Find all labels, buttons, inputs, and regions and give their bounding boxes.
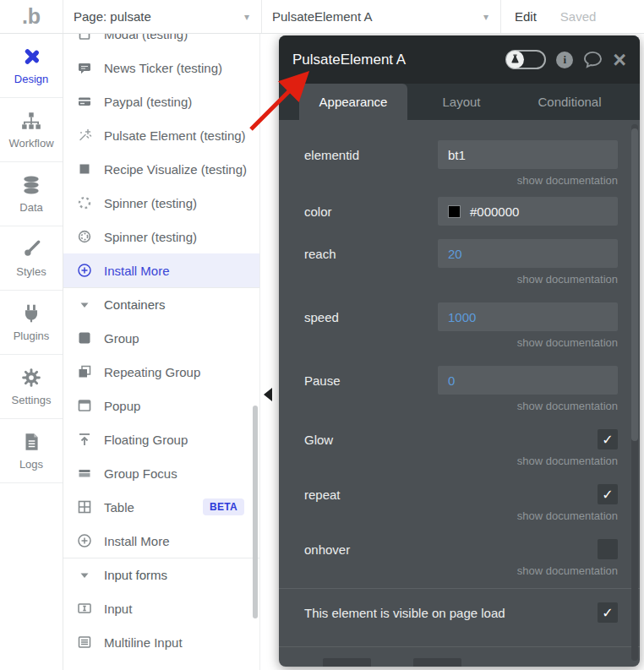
palette-item-repeating-group[interactable]: Repeating Group [63,355,259,389]
palette-item-paypal[interactable]: Paypal (testing) [63,84,259,118]
palette-item-label: News Ticker (testing) [104,61,222,75]
multiline-input-icon [77,635,92,650]
edit-button[interactable]: Edit [515,9,537,24]
show-documentation-link[interactable]: show documentation [304,273,618,286]
palette-item-group[interactable]: Group [63,321,259,355]
field-value: 0 [448,373,455,388]
field-value: bt1 [448,148,466,162]
show-documentation-link[interactable]: show documentation [304,174,618,187]
palette-item-label: Input [104,602,132,616]
panel-collapse-handle[interactable] [264,388,272,401]
flask-icon [510,54,521,65]
palette-item-floating-group[interactable]: Floating Group [63,422,259,456]
chevron-down-icon: ▾ [483,11,488,23]
info-icon[interactable]: i [556,52,573,68]
caret-down-icon [77,568,92,583]
visible-on-page-load-label: This element is visible on page load [304,606,505,620]
palette-section-input-forms[interactable]: Input forms [63,558,259,591]
flask-toggle-icon[interactable] [505,50,546,69]
show-documentation-link[interactable]: show documentation [304,400,618,412]
pause-field[interactable]: 0 [438,366,618,395]
rail-item-settings[interactable]: Settings [0,355,63,419]
palette-item-label: Install More [104,264,170,278]
palette-item-news-ticker[interactable]: News Ticker (testing) [63,51,259,84]
field-row-speed: speed 1000 [304,302,618,331]
rail-item-logs[interactable]: Logs [0,419,63,483]
visible-on-page-load-row: This element is visible on page load [304,602,618,623]
onhover-checkbox[interactable] [598,539,618,559]
field-row-pause: Pause 0 [304,366,618,395]
close-icon[interactable]: × [613,52,626,68]
field-row-color: color #000000 [304,197,618,226]
color-field[interactable]: #000000 [438,197,618,226]
rail-item-styles[interactable]: Styles [0,226,63,291]
palette-item-label: Pulsate Element (testing) [104,128,246,143]
palette-item-group-focus[interactable]: Group Focus [63,456,259,490]
x-value: 73 [340,665,354,667]
palette-section-containers[interactable]: Containers [63,287,259,321]
field-label: elementid [304,148,359,162]
rail-item-label: Plugins [14,330,50,342]
palette-item-spinner-2[interactable]: Spinner (testing) [63,220,259,253]
field-value: #000000 [470,204,519,219]
field-row-reach: reach 20 [304,239,618,268]
palette-item-modal[interactable]: Modal (testing) [63,34,259,51]
page-selector[interactable]: Page: pulsate ▾ [63,0,262,33]
palette-item-install-more[interactable]: Install More [63,253,259,287]
palette-section-label: Input forms [104,568,167,582]
show-documentation-link[interactable]: show documentation [304,564,618,577]
show-documentation-link[interactable]: show documentation [304,336,618,349]
y-input[interactable]: 256 [413,658,461,667]
glow-checkbox[interactable] [598,429,618,449]
rail-item-label: Settings [12,394,52,406]
palette-item-label: Multiline Input [104,635,183,650]
palette-item-recipe-visualize[interactable]: Recipe Visualize (testing) [63,152,259,186]
element-selector[interactable]: PulsateElement A ▾ [262,0,501,33]
inspector-scrollbar-thumb[interactable] [631,128,638,441]
rail-item-workflow[interactable]: Workflow [0,98,63,162]
tab-appearance[interactable]: Appearance [299,84,407,120]
topbar: .b Page: pulsate ▾ PulsateElement A ▾ Ed… [0,0,644,34]
group-focus-icon [77,466,92,481]
rail-item-label: Styles [16,265,46,278]
palette-item-label: Spinner (testing) [104,230,197,244]
palette-scrollbar[interactable] [253,406,258,618]
reach-field[interactable]: 20 [438,239,618,268]
palette-item-popup[interactable]: Popup [63,389,259,422]
workflow-icon [20,110,42,132]
bubble-logo[interactable]: .b [0,0,63,33]
palette-item-spinner-1[interactable]: Spinner (testing) [63,186,259,220]
rail-item-plugins[interactable]: Plugins [0,291,63,355]
divider [279,588,640,589]
rail-item-data[interactable]: Data [0,162,63,226]
visible-on-page-load-checkbox[interactable] [598,602,618,623]
page-selector-label: Page: pulsate [74,9,151,24]
palette-item-multiline-input[interactable]: Multiline Input [63,625,259,659]
x-input[interactable]: 73 [323,658,371,667]
property-editor: PulsateElement A i × Appearance Layout C… [279,35,640,667]
rail-item-design[interactable]: Design [0,34,63,98]
spinner-dots-icon [77,195,92,210]
circle-plus-icon [77,263,92,278]
tab-layout[interactable]: Layout [407,84,516,120]
palette-item-input[interactable]: Input [63,591,259,625]
palette-item-label: Modal (testing) [104,34,188,41]
palette-item-table[interactable]: Table BETA [63,490,259,524]
palette-section-label: Containers [104,297,166,312]
palette-item-label: Spinner (testing) [104,196,197,210]
element-selector-label: PulsateElement A [272,9,372,24]
show-documentation-link[interactable]: show documentation [304,509,618,522]
comment-icon[interactable] [583,51,603,68]
repeat-checkbox[interactable] [598,484,618,504]
tab-conditional[interactable]: Conditional [516,84,624,120]
palette-item-install-more-2[interactable]: Install More [63,524,259,558]
floating-group-icon [77,432,92,447]
show-documentation-link[interactable]: show documentation [304,455,618,467]
speed-field[interactable]: 1000 [438,302,618,331]
rail-item-label: Data [19,201,42,214]
elementid-field[interactable]: bt1 [438,140,618,169]
palette-item-pulsate-element[interactable]: Pulsate Element (testing) [63,118,259,152]
credit-card-icon [77,94,92,109]
group-icon [77,330,92,346]
palette-item-label: Install More [104,534,170,548]
